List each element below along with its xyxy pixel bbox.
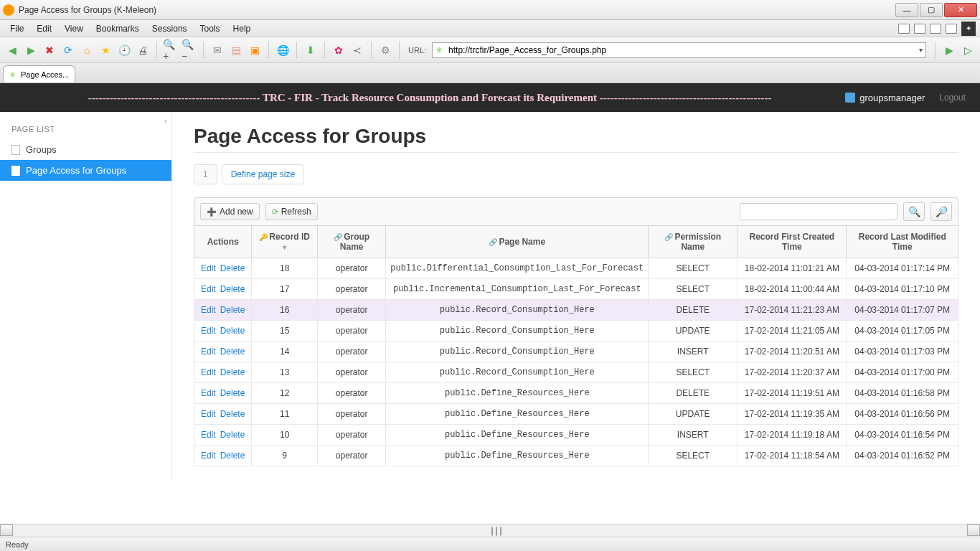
menu-tools[interactable]: Tools [194,22,226,36]
bookmark-star-icon[interactable]: ★ [98,42,113,58]
mail-icon[interactable]: ✉ [209,42,225,58]
refresh-button[interactable]: ⟳Refresh [265,203,318,220]
edit-link[interactable]: Edit [201,263,216,273]
col-permission[interactable]: 🔗Permission Name [649,226,738,258]
logout-link[interactable]: Logout [939,93,966,103]
edit-link[interactable]: Edit [201,388,216,398]
table-row: EditDelete14operatorpublic.Record_Consum… [194,342,958,362]
window-maximize-button[interactable]: ▢ [920,3,943,17]
sidebar-item-label: Groups [26,144,57,155]
zoom-out-icon[interactable]: 🔍− [182,42,197,58]
menu-help[interactable]: Help [227,22,257,36]
grid-search-input[interactable] [740,203,897,220]
edit-link[interactable]: Edit [201,430,216,440]
table-row: EditDelete15operatorpublic.Record_Consum… [194,321,958,342]
menubar: File Edit View Bookmarks Sessions Tools … [0,20,980,37]
cell-created: 17-02-2014 11:19:51 AM [738,383,847,404]
toolbar-icon-c[interactable] [930,24,941,34]
edit-link[interactable]: Edit [201,347,216,357]
home-icon[interactable]: ⌂ [79,42,95,58]
download-icon[interactable]: ⬇ [303,42,319,58]
sidebar-collapse-icon[interactable]: ‹ [164,116,167,126]
delete-link[interactable]: Delete [220,388,245,398]
settings-gear-icon[interactable]: ⚙ [377,42,393,58]
go-alt-icon[interactable]: ▷ [960,42,976,58]
col-group-name[interactable]: 🔗Group Name [318,226,386,258]
cell-actions: EditDelete [194,383,252,404]
search-button[interactable]: 🔍 [903,202,925,221]
col-actions[interactable]: Actions [194,226,252,258]
cell-id: 11 [252,404,318,425]
menu-view[interactable]: View [59,22,89,36]
edit-link[interactable]: Edit [201,284,216,294]
advanced-search-button[interactable]: 🔎 [930,202,952,221]
edit-link[interactable]: Edit [201,451,216,461]
print-icon[interactable]: 🖨 [135,42,151,58]
cell-perm: DELETE [649,383,738,404]
delete-link[interactable]: Delete [220,284,245,294]
cell-id: 18 [252,258,318,279]
extension-icon[interactable]: ✦ [961,22,976,36]
col-record-id[interactable]: 🔑Record ID ▼ [252,226,318,258]
scroll-left-button[interactable] [0,524,13,536]
menu-file[interactable]: File [4,22,29,36]
edit-link[interactable]: Edit [201,367,216,377]
globe-icon[interactable]: 🌐 [275,42,291,58]
edit-link[interactable]: Edit [201,409,216,419]
back-icon[interactable]: ◀ [4,42,20,58]
toolbar-icon-d[interactable] [946,24,957,34]
cell-modified: 04-03-2014 01:17:07 PM [847,300,958,321]
sidebar-item-groups[interactable]: Groups [0,139,171,160]
edit-link[interactable]: Edit [201,305,216,315]
cell-perm: INSERT [649,425,738,446]
reload-icon[interactable]: ⟳ [60,42,76,58]
col-modified[interactable]: Record Last Modified Time [847,226,958,258]
pager-define-size[interactable]: Define page size [222,164,304,184]
window-close-button[interactable]: ✕ [944,3,977,17]
stop-icon[interactable]: ✖ [42,42,57,58]
pager-page-1: 1 [194,164,217,184]
window-titlebar: Page Access for Groups (K-Meleon) — ▢ ✕ [0,0,980,20]
user-block[interactable]: groupsmanager [845,93,925,103]
scroll-right-button[interactable] [967,524,980,536]
add-new-button[interactable]: ➕Add new [200,203,260,220]
edit-link[interactable]: Edit [201,326,216,336]
menu-bookmarks[interactable]: Bookmarks [90,22,145,36]
menu-edit[interactable]: Edit [31,22,57,36]
url-input[interactable] [448,45,916,55]
cell-id: 14 [252,342,318,362]
delete-link[interactable]: Delete [220,409,245,419]
delete-link[interactable]: Delete [220,451,245,461]
rss-icon[interactable]: ▣ [247,42,263,58]
history-icon[interactable]: 🕘 [116,42,132,58]
horizontal-scrollbar[interactable]: ┃┃┃ [0,524,980,537]
statusbar: Ready [0,537,980,551]
cell-perm: SELECT [649,258,738,279]
delete-link[interactable]: Delete [220,430,245,440]
key-icon: 🔑 [259,233,268,241]
url-dropdown-icon[interactable]: ▾ [919,46,923,54]
go-icon[interactable]: ▶ [941,42,957,58]
delete-link[interactable]: Delete [220,263,245,273]
col-created[interactable]: Record First Created Time [738,226,847,258]
col-page-name[interactable]: 🔗Page Name [386,226,649,258]
delete-link[interactable]: Delete [220,305,245,315]
cell-modified: 04-03-2014 01:16:58 PM [847,383,958,404]
plugin-b-icon[interactable]: ≺ [349,42,365,58]
zoom-in-icon[interactable]: 🔍+ [163,42,179,58]
delete-link[interactable]: Delete [220,326,245,336]
delete-link[interactable]: Delete [220,347,245,357]
browser-tab[interactable]: ✳ Page Acces... [3,65,75,83]
sidebar-item-page-access[interactable]: Page Access for Groups [0,160,171,181]
toolbar-icon-b[interactable] [914,24,925,34]
scroll-thumb[interactable]: ┃┃┃ [490,527,503,535]
plugin-a-icon[interactable]: ✿ [331,42,347,58]
cell-perm: INSERT [649,342,738,362]
window-minimize-button[interactable]: — [895,3,918,17]
toolbar-icon-a[interactable] [898,24,910,34]
forward-icon[interactable]: ▶ [23,42,39,58]
news-icon[interactable]: ▤ [228,42,244,58]
url-bar[interactable]: ✳ ▾ [432,42,926,58]
delete-link[interactable]: Delete [220,367,245,377]
menu-sessions[interactable]: Sessions [146,22,193,36]
